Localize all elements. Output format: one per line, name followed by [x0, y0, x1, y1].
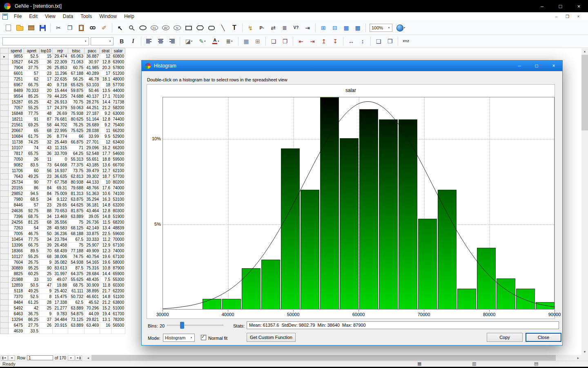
- cell[interactable]: 51900: [111, 214, 125, 220]
- cell[interactable]: 78200: [111, 317, 125, 323]
- cell[interactable]: 10: [40, 277, 53, 283]
- row-header[interactable]: [0, 99, 9, 105]
- cell[interactable]: 51000: [111, 305, 125, 311]
- histogram-bar[interactable]: [477, 248, 496, 309]
- cell[interactable]: 33.875: [85, 231, 100, 237]
- output-pane-icon[interactable]: ▤: [534, 361, 538, 366]
- cell[interactable]: 32: [40, 139, 53, 145]
- cell[interactable]: 44.225: [53, 94, 68, 99]
- cell[interactable]: 60300: [111, 283, 125, 288]
- row-header[interactable]: [0, 180, 9, 185]
- cell[interactable]: 48000: [111, 76, 125, 82]
- cell[interactable]: 7263: [9, 225, 24, 231]
- cell[interactable]: 95.25: [24, 265, 40, 271]
- cell[interactable]: 7370: [9, 294, 24, 300]
- row-header[interactable]: [0, 117, 9, 122]
- cell[interactable]: 71.063: [68, 59, 85, 65]
- cell[interactable]: 74000: [111, 248, 125, 254]
- fill-color-icon[interactable]: ◪▾: [183, 36, 195, 47]
- cell[interactable]: 14.8: [100, 214, 111, 220]
- histogram-bar[interactable]: [301, 190, 320, 309]
- mode-select[interactable]: Histogram ▾: [163, 334, 195, 342]
- cell[interactable]: 80300: [111, 208, 125, 214]
- cell[interactable]: 48839: [111, 225, 125, 231]
- cell[interactable]: 24256: [9, 220, 24, 225]
- row-header[interactable]: [0, 157, 9, 162]
- cell[interactable]: 65: [24, 128, 40, 134]
- cell[interactable]: 29852: [9, 191, 24, 197]
- cell[interactable]: 63.469: [85, 323, 100, 328]
- cell[interactable]: 18.1: [100, 76, 111, 82]
- cell[interactable]: 63.889: [68, 305, 85, 311]
- row-header[interactable]: [0, 94, 9, 99]
- grid-pane-icon[interactable]: ▦: [417, 361, 421, 366]
- unroll-icon[interactable]: ⇥: [302, 22, 313, 33]
- cell[interactable]: 26: [40, 134, 53, 139]
- row-header[interactable]: [0, 242, 9, 248]
- cell[interactable]: 63200: [111, 202, 125, 208]
- cell[interactable]: 19.6: [100, 254, 111, 260]
- cell[interactable]: 36.635: [53, 174, 68, 180]
- cell[interactable]: 65.75: [24, 151, 40, 157]
- textbox-tool-icon[interactable]: T: [229, 22, 240, 33]
- scroll-up-icon[interactable]: ▲: [581, 48, 588, 54]
- send-back-icon[interactable]: ❐: [280, 36, 290, 47]
- cell[interactable]: [40, 328, 53, 334]
- xyz-icon[interactable]: XYZ: [401, 36, 411, 47]
- cell[interactable]: [68, 328, 85, 334]
- cell[interactable]: 7050: [9, 157, 24, 162]
- cell[interactable]: 34: [40, 214, 53, 220]
- histogram-bar[interactable]: [399, 119, 418, 309]
- cell[interactable]: 12.8: [100, 117, 111, 122]
- histogram-bar[interactable]: [497, 278, 516, 309]
- cell[interactable]: 30889: [9, 265, 24, 271]
- swap-arcs-icon[interactable]: ⇄: [268, 22, 278, 33]
- cell[interactable]: 7904: [9, 65, 24, 71]
- cell[interactable]: 85.25: [24, 94, 40, 99]
- cell[interactable]: 61.111: [68, 288, 85, 294]
- cell[interactable]: 49.25: [24, 288, 40, 294]
- open-file-icon[interactable]: [14, 22, 25, 33]
- cell[interactable]: 26.75: [24, 260, 40, 265]
- cell[interactable]: 18.7: [100, 174, 111, 180]
- cell[interactable]: 20: [40, 88, 53, 94]
- cell[interactable]: 18366: [9, 248, 24, 254]
- paste-icon[interactable]: [76, 22, 87, 33]
- cell[interactable]: 42.149: [85, 225, 100, 231]
- cell[interactable]: [85, 328, 100, 334]
- cell[interactable]: 65900: [111, 271, 125, 277]
- cell[interactable]: 9.5: [100, 134, 111, 139]
- row-header[interactable]: [0, 283, 9, 288]
- cell[interactable]: 37: [40, 317, 53, 323]
- chevron-down-icon[interactable]: ▾: [107, 40, 113, 43]
- cell[interactable]: 68: [40, 254, 53, 260]
- copy-icon[interactable]: ❐: [65, 22, 75, 33]
- cell[interactable]: 15.444: [53, 88, 68, 94]
- cell[interactable]: 71738: [111, 99, 125, 105]
- grid-icon[interactable]: ▦: [241, 36, 252, 47]
- cell[interactable]: 74: [24, 145, 40, 151]
- dialog-close-icon[interactable]: ×: [545, 61, 562, 71]
- cell[interactable]: 28.038: [85, 128, 100, 134]
- cell[interactable]: 26.458: [53, 242, 68, 248]
- bring-front-icon[interactable]: ❏: [268, 36, 279, 47]
- cell[interactable]: 26: [40, 65, 53, 71]
- cell[interactable]: 89.5: [24, 248, 40, 254]
- cell[interactable]: 6463: [9, 311, 24, 317]
- cell[interactable]: 49.25: [24, 174, 40, 180]
- histogram-bar[interactable]: [418, 219, 437, 309]
- cell[interactable]: 55.313: [68, 157, 85, 162]
- cell[interactable]: 70.75: [68, 99, 85, 105]
- cell[interactable]: 67.758: [53, 180, 68, 185]
- cell[interactable]: 8825: [9, 271, 24, 277]
- cell[interactable]: 42: [40, 99, 53, 105]
- dialog-title-bar[interactable]: Histogram –□×: [142, 61, 562, 71]
- row-header[interactable]: [0, 288, 9, 294]
- duplicate-icon[interactable]: ❑: [373, 36, 384, 47]
- cell[interactable]: 68.75: [68, 283, 85, 288]
- cell[interactable]: 87: [40, 117, 53, 122]
- av-node-tool-icon[interactable]: AV: [160, 22, 171, 33]
- cell[interactable]: 70.333: [24, 88, 40, 94]
- cell[interactable]: 9: [40, 288, 53, 294]
- row-header[interactable]: [0, 208, 9, 214]
